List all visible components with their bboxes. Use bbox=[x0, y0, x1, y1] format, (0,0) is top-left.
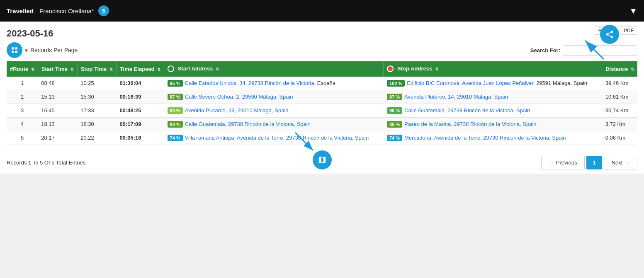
col-header-start-time[interactable]: Start Time ⇅ bbox=[38, 61, 77, 77]
cell-start-addr: 87 %Calle Severo Ochoa, 2, 29590 Málaga,… bbox=[164, 90, 384, 104]
start-address-link[interactable]: Calle Severo Ochoa, 2, 29590 Málaga, Spa… bbox=[185, 94, 293, 100]
sort-icon: ⇅ bbox=[70, 67, 74, 72]
sort-icon: ⇅ bbox=[435, 67, 438, 71]
start-address-link[interactable]: Villa romana Antiopa, Avenida de la Torr… bbox=[185, 135, 369, 141]
cell-distance: 3,72 Km bbox=[602, 117, 637, 131]
start-address-link[interactable]: Calle Guatemala, 29738 Rincón de la Vict… bbox=[185, 121, 311, 127]
cell-start-addr: 95 %Calle Estados Unidos, 34, 29738 Rinc… bbox=[164, 77, 384, 90]
map-icon bbox=[318, 155, 327, 164]
cell-elapsed: 00:48:25 bbox=[116, 104, 164, 117]
sort-icon: ⇅ bbox=[157, 67, 160, 72]
footer: Records 1 To 5 Of 5 Total Entries ← Prev… bbox=[0, 150, 644, 174]
cell-route: 3 bbox=[7, 104, 38, 117]
stop-confidence-badge: 90 % bbox=[387, 107, 402, 114]
next-button[interactable]: Next → bbox=[604, 156, 637, 169]
previous-button[interactable]: ← Previous bbox=[541, 156, 585, 169]
start-address-text: España bbox=[316, 80, 335, 86]
share-button[interactable] bbox=[600, 25, 619, 44]
stop-confidence-badge: 100 % bbox=[387, 80, 405, 87]
cell-stop-time: 15:30 bbox=[77, 90, 116, 104]
cell-stop-addr: 87 %Avenida Plutarco, 14, 29010 Málaga, … bbox=[384, 90, 602, 104]
start-confidence-badge: 88 % bbox=[168, 121, 183, 128]
stop-confidence-badge: 88 % bbox=[387, 121, 402, 128]
stop-confidence-badge: 87 % bbox=[387, 94, 402, 100]
cell-distance: 0,06 Km bbox=[602, 131, 637, 145]
col-header-route[interactable]: #Route ⇅ bbox=[7, 61, 38, 77]
date-display: 2023-05-16 bbox=[7, 28, 637, 39]
stop-confidence-badge: 74 % bbox=[387, 135, 402, 141]
cell-distance: 30,74 Km bbox=[602, 104, 637, 117]
col-header-stop-time[interactable]: Stop Time ⇅ bbox=[77, 61, 116, 77]
records-per-page-label: Records Per Page bbox=[30, 47, 78, 53]
table-row: 2 15:13 15:30 00:16:39 87 %Calle Severo … bbox=[7, 90, 637, 104]
col-header-start-addr[interactable]: Start Address ⇅ bbox=[164, 61, 384, 77]
map-button[interactable] bbox=[313, 150, 332, 169]
start-confidence-badge: 80 % bbox=[168, 107, 183, 114]
header-username: Francisco Orellana* bbox=[39, 7, 94, 15]
sort-icon: ⇅ bbox=[216, 67, 219, 71]
cell-start-time: 16:45 bbox=[38, 104, 77, 117]
data-table: #Route ⇅ Start Time ⇅ Stop Time ⇅ Time E… bbox=[7, 61, 637, 145]
cell-start-addr: 80 %Avenida Plutarco, 39, 29010 Málaga, … bbox=[164, 104, 384, 117]
share-icon bbox=[605, 30, 614, 39]
start-confidence-badge: 95 % bbox=[168, 80, 183, 87]
table-row: 4 18:13 18:30 00:17:09 88 %Calle Guatema… bbox=[7, 117, 637, 131]
stop-address-link[interactable]: Paseo de la Marina, 29738 Rincón de la V… bbox=[404, 121, 536, 127]
cell-start-addr: 74 %Villa romana Antiopa, Avenida de la … bbox=[164, 131, 384, 145]
col-header-stop-addr[interactable]: Stop Address ⇅ bbox=[384, 61, 602, 77]
stop-address-link[interactable]: Edificio BIC Euronova, Avenida Juan Lópe… bbox=[407, 80, 535, 86]
table-row: 1 08:48 10:25 01:36:04 95 %Calle Estados… bbox=[7, 77, 637, 90]
current-page: 1 bbox=[586, 156, 602, 169]
table-header-row: #Route ⇅ Start Time ⇅ Stop Time ⇅ Time E… bbox=[7, 61, 637, 77]
search-label: Search For: bbox=[530, 47, 560, 53]
sort-icon: ⇅ bbox=[109, 67, 113, 72]
grid-icon bbox=[11, 46, 18, 54]
start-address-link[interactable]: Calle Estados Unidos, 34, 29738 Rincón d… bbox=[185, 80, 316, 86]
header-chevron-icon[interactable]: ▼ bbox=[629, 6, 637, 16]
sort-icon: ⇅ bbox=[31, 67, 34, 72]
cell-stop-time: 20:22 bbox=[77, 131, 116, 145]
stop-address-link[interactable]: Avenida Plutarco, 14, 29010 Málaga, Spai… bbox=[404, 94, 508, 100]
app-header: Travelled Francisco Orellana* 5 ▼ bbox=[0, 0, 644, 22]
cell-stop-time: 10:25 bbox=[77, 77, 116, 90]
cell-distance: 10,61 Km bbox=[602, 90, 637, 104]
cell-stop-addr: 74 %Mercadona, Avenida de la Torre, 2973… bbox=[384, 131, 602, 145]
cell-start-time: 20:17 bbox=[38, 131, 77, 145]
stop-address-text: 29591 Málaga, Spain bbox=[535, 80, 587, 86]
stop-address-link[interactable]: Calle Guatemala, 29738 Rincón de la Vict… bbox=[404, 107, 530, 114]
table-row: 5 20:17 20:22 00:05:16 74 %Villa romana … bbox=[7, 131, 637, 145]
header-badge: 5 bbox=[98, 5, 109, 16]
cell-stop-time: 17:33 bbox=[77, 104, 116, 117]
cell-stop-addr: 100 %Edificio BIC Euronova, Avenida Juan… bbox=[384, 77, 602, 90]
cell-elapsed: 00:16:39 bbox=[116, 90, 164, 104]
start-confidence-badge: 74 % bbox=[168, 135, 183, 141]
col-header-distance[interactable]: Distance ⇅ bbox=[602, 61, 637, 77]
start-confidence-badge: 87 % bbox=[168, 94, 183, 100]
cell-start-time: 08:48 bbox=[38, 77, 77, 90]
sort-icon: ⇅ bbox=[631, 67, 634, 72]
pdf-button[interactable]: PDF bbox=[620, 27, 637, 35]
search-container: Search For: bbox=[530, 45, 637, 56]
cell-stop-addr: 90 %Calle Guatemala, 29738 Rincón de la … bbox=[384, 104, 602, 117]
table-row: 3 16:45 17:33 00:48:25 80 %Avenida Pluta… bbox=[7, 104, 637, 117]
main-content: EXCEL PDF 2023-05-16 ▾ Records Per Page … bbox=[0, 22, 644, 150]
cell-route: 5 bbox=[7, 131, 38, 145]
cell-route: 4 bbox=[7, 117, 38, 131]
grid-view-button[interactable] bbox=[7, 42, 22, 58]
cell-elapsed: 00:05:16 bbox=[116, 131, 164, 145]
start-addr-icon bbox=[168, 65, 174, 72]
header-title: Travelled bbox=[7, 7, 34, 15]
cell-route: 2 bbox=[7, 90, 38, 104]
pagination: ← Previous 1 Next → bbox=[541, 156, 637, 169]
stop-address-link[interactable]: Mercadona, Avenida de la Torre, 29730 Ri… bbox=[404, 135, 566, 141]
stop-addr-icon bbox=[387, 65, 394, 72]
col-header-elapsed[interactable]: Time Elapsed ⇅ bbox=[116, 61, 164, 77]
cell-stop-addr: 88 %Paseo de la Marina, 29738 Rincón de … bbox=[384, 117, 602, 131]
controls-row: ▾ Records Per Page Search For: bbox=[7, 42, 637, 58]
start-address-link[interactable]: Avenida Plutarco, 39, 29010 Málaga, Spai… bbox=[185, 107, 289, 114]
cell-stop-time: 18:30 bbox=[77, 117, 116, 131]
cell-start-time: 18:13 bbox=[38, 117, 77, 131]
search-input[interactable] bbox=[563, 45, 637, 56]
records-chevron-icon[interactable]: ▾ bbox=[25, 47, 28, 53]
cell-route: 1 bbox=[7, 77, 38, 90]
